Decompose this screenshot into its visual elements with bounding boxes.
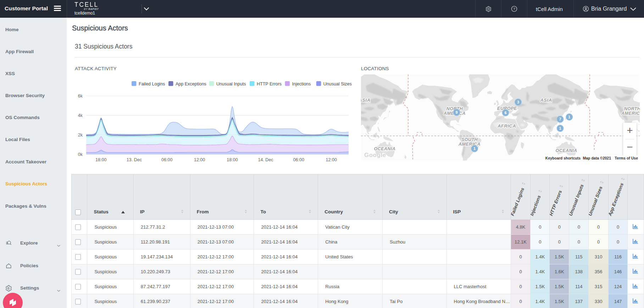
- svg-text:6k: 6k: [78, 94, 83, 99]
- svg-text:1: 1: [473, 146, 476, 151]
- svg-text:9: 9: [455, 110, 457, 114]
- svg-text:AMERICA: AMERICA: [621, 111, 640, 116]
- svg-text:Unusual Sizes: Unusual Sizes: [323, 82, 352, 86]
- svg-text:AFRICA: AFRICA: [497, 123, 516, 129]
- svg-text:13. Dec: 13. Dec: [127, 157, 142, 162]
- svg-text:ASIA: ASIA: [361, 97, 371, 103]
- svg-text:3: 3: [517, 100, 519, 104]
- svg-text:OCEANIA: OCEANIA: [555, 148, 577, 153]
- svg-text:SOUTH: SOUTH: [461, 137, 478, 142]
- svg-text:6: 6: [504, 111, 506, 115]
- svg-text:Google: Google: [364, 152, 386, 158]
- svg-text:14. Dec: 14. Dec: [258, 157, 273, 162]
- svg-text:7: 7: [559, 117, 561, 121]
- svg-text:HTTP Errors: HTTP Errors: [257, 82, 282, 86]
- svg-text:0k: 0k: [78, 152, 83, 157]
- svg-text:12:00: 12:00: [194, 157, 205, 162]
- svg-text:ASIA: ASIA: [540, 97, 552, 103]
- svg-text:Failed Logins: Failed Logins: [139, 82, 165, 86]
- svg-text:12:00: 12:00: [326, 157, 337, 162]
- svg-text:OCEANIA: OCEANIA: [374, 146, 395, 151]
- svg-text:2k: 2k: [78, 133, 83, 138]
- svg-text:06:00: 06:00: [293, 157, 304, 162]
- svg-text:Unusual Inputs: Unusual Inputs: [216, 82, 246, 86]
- svg-text:NORTH: NORTH: [624, 106, 640, 111]
- svg-text:18:00: 18:00: [227, 157, 238, 162]
- svg-text:App Exceptions: App Exceptions: [176, 82, 206, 86]
- svg-text:Injections: Injections: [292, 82, 311, 86]
- svg-text:1: 1: [559, 126, 561, 130]
- svg-text:4k: 4k: [78, 113, 83, 118]
- svg-text:?: ?: [513, 7, 515, 11]
- svg-text:AMERICA: AMERICA: [458, 142, 481, 147]
- svg-text:1: 1: [568, 115, 570, 119]
- svg-text:06:00: 06:00: [161, 157, 172, 162]
- svg-text:18:00: 18:00: [95, 157, 106, 162]
